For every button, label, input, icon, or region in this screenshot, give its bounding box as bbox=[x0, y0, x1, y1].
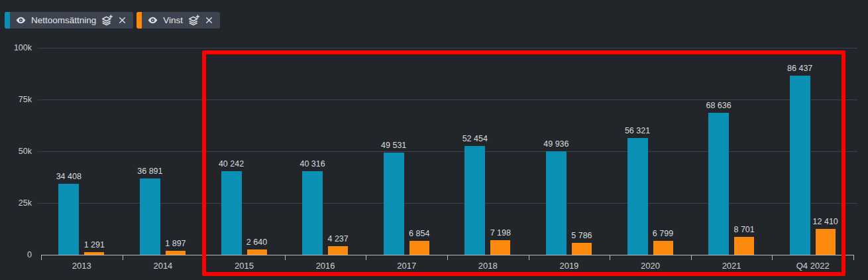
chart-panel: Nettoomsättning bbox=[0, 0, 868, 280]
x-axis-tick bbox=[691, 255, 692, 260]
x-axis-category-label: 2013 bbox=[41, 261, 122, 271]
x-axis-tick bbox=[203, 255, 204, 260]
gridline bbox=[38, 48, 857, 48]
bar-nettooms-ttning[interactable] bbox=[464, 146, 485, 255]
bar-value-label: 6 799 bbox=[633, 229, 693, 238]
x-axis-tick bbox=[285, 255, 286, 260]
bar-value-label: 40 316 bbox=[283, 159, 343, 169]
bar-value-label: 56 321 bbox=[608, 126, 667, 135]
x-axis-category-label: 2020 bbox=[610, 261, 691, 271]
bar-value-label: 52 454 bbox=[445, 134, 505, 143]
x-axis-category-label: 2019 bbox=[529, 261, 610, 271]
layers-add-icon[interactable] bbox=[188, 14, 200, 27]
y-axis-tick-label: 100k bbox=[0, 42, 32, 53]
bar-chart: 025k50k75k100k201334 4081 291201436 8911… bbox=[0, 0, 868, 280]
bar-value-label: 4 237 bbox=[308, 234, 368, 244]
bar-vinst[interactable] bbox=[572, 243, 592, 255]
x-axis-category-label: Q4 2022 bbox=[773, 261, 853, 271]
bar-vinst[interactable] bbox=[734, 237, 754, 255]
series-color-stripe bbox=[136, 12, 142, 29]
x-axis-tick bbox=[610, 255, 610, 260]
bar-vinst[interactable] bbox=[816, 229, 836, 255]
x-axis-category-label: 2016 bbox=[285, 261, 366, 271]
bar-value-label: 2 640 bbox=[227, 238, 287, 247]
bar-value-label: 7 198 bbox=[470, 228, 530, 238]
bar-value-label: 34 408 bbox=[39, 172, 99, 181]
bar-vinst[interactable] bbox=[328, 246, 348, 255]
bar-value-label: 8 701 bbox=[714, 225, 774, 234]
x-axis-category-label: 2015 bbox=[204, 261, 285, 271]
x-axis-tick bbox=[853, 255, 854, 260]
y-axis-tick-label: 50k bbox=[0, 146, 32, 157]
x-axis-tick bbox=[41, 255, 42, 260]
bar-nettooms-ttning[interactable] bbox=[384, 153, 404, 255]
bar-value-label: 86 437 bbox=[770, 64, 830, 73]
bar-value-label: 6 854 bbox=[390, 229, 449, 238]
series-label: Vinst bbox=[163, 15, 183, 25]
bar-vinst[interactable] bbox=[247, 249, 267, 255]
bar-value-label: 1 291 bbox=[64, 240, 124, 249]
chart-legend: Nettoomsättning bbox=[5, 12, 220, 29]
close-icon[interactable] bbox=[118, 16, 127, 25]
bar-value-label: 40 242 bbox=[201, 159, 261, 169]
y-axis-tick-label: 25k bbox=[0, 198, 32, 208]
series-label: Nettoomsättning bbox=[31, 15, 96, 25]
legend-chip-vinst[interactable]: Vinst bbox=[136, 12, 220, 29]
bar-value-label: 36 891 bbox=[120, 167, 180, 176]
bar-value-label: 49 936 bbox=[526, 139, 586, 149]
x-axis-tick bbox=[123, 255, 123, 260]
bar-value-label: 5 786 bbox=[552, 231, 612, 240]
x-axis-category-label: 2018 bbox=[447, 261, 528, 271]
close-icon[interactable] bbox=[205, 16, 213, 25]
layers-add-icon[interactable] bbox=[101, 14, 113, 27]
bar-vinst[interactable] bbox=[409, 241, 429, 255]
bar-value-label: 1 897 bbox=[146, 239, 205, 248]
y-axis-tick-label: 75k bbox=[0, 94, 32, 105]
bar-vinst[interactable] bbox=[653, 241, 673, 255]
x-axis-category-label: 2021 bbox=[691, 261, 772, 271]
x-axis-tick bbox=[366, 255, 366, 260]
gridline bbox=[38, 151, 857, 152]
bar-vinst[interactable] bbox=[490, 240, 510, 255]
bar-nettooms-ttning[interactable] bbox=[790, 76, 810, 255]
bar-vinst[interactable] bbox=[84, 252, 104, 255]
series-color-stripe bbox=[5, 12, 10, 29]
y-axis-tick-label: 0 bbox=[0, 249, 32, 260]
x-axis-tick bbox=[772, 255, 773, 260]
gridline bbox=[38, 100, 857, 100]
legend-chip-nettoomsattning[interactable]: Nettoomsättning bbox=[5, 12, 133, 29]
x-axis-category-label: 2017 bbox=[366, 261, 447, 271]
bar-value-label: 12 410 bbox=[796, 217, 855, 226]
eye-icon[interactable] bbox=[147, 15, 158, 26]
bar-vinst[interactable] bbox=[166, 251, 186, 255]
x-axis-tick bbox=[529, 255, 529, 260]
eye-icon[interactable] bbox=[15, 15, 27, 26]
bar-value-label: 49 531 bbox=[364, 141, 423, 150]
gridline bbox=[38, 203, 857, 204]
x-axis-tick bbox=[447, 255, 448, 260]
bar-value-label: 68 636 bbox=[689, 101, 749, 110]
x-axis-category-label: 2014 bbox=[123, 261, 203, 271]
